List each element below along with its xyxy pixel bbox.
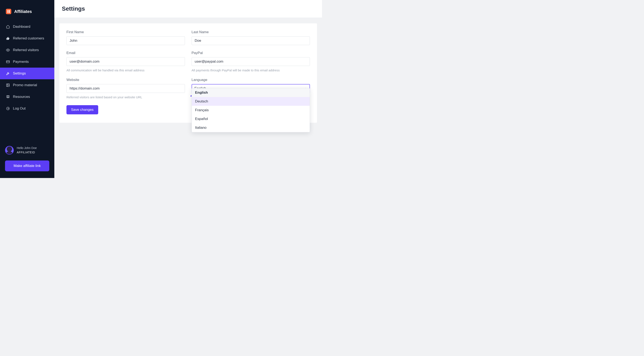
sidebar-item-label: Payments [13, 60, 29, 64]
svg-point-0 [8, 50, 8, 51]
field-paypal: PayPal All payments through PayPal will … [192, 51, 310, 72]
sidebar-item-settings[interactable]: Settings [0, 68, 54, 79]
page-header: Settings [54, 0, 322, 17]
last-name-label: Last Name [192, 30, 310, 34]
field-first-name: First Name [66, 30, 185, 45]
user-greeting: Hello John Doe [17, 146, 37, 150]
settings-card: First Name Last Name Email All communica… [59, 23, 317, 123]
sidebar-item-label: Dashboard [13, 25, 30, 29]
page-title: Settings [62, 5, 314, 12]
website-input[interactable] [66, 84, 185, 93]
credit-card-icon [6, 60, 10, 64]
sidebar-item-promo-material[interactable]: Promo material [0, 79, 54, 91]
brand-title: Affiliates [14, 9, 32, 14]
website-help: Referred visitors are listed based on yo… [66, 95, 185, 99]
sidebar-item-logout[interactable]: Log Out [0, 103, 54, 114]
language-option-italiano[interactable]: Italiano [192, 123, 310, 132]
sidebar-item-referred-customers[interactable]: Referred customers [0, 32, 54, 44]
field-last-name: Last Name [192, 30, 310, 45]
field-website: Website Referred visitors are listed bas… [66, 78, 185, 99]
paypal-input[interactable] [192, 57, 310, 66]
sidebar-item-resources[interactable]: Resources [0, 91, 54, 103]
sidebar-item-payments[interactable]: Payments [0, 56, 54, 68]
sidebar-item-dashboard[interactable]: Dashboard [0, 21, 54, 32]
brand: Affiliates [0, 9, 54, 20]
image-icon [6, 83, 10, 87]
website-label: Website [66, 78, 185, 82]
language-option-english[interactable]: English [192, 88, 310, 97]
sidebar-item-label: Referred visitors [13, 48, 39, 52]
brand-logo-icon [6, 9, 11, 14]
last-name-input[interactable] [192, 36, 310, 45]
paypal-label: PayPal [192, 51, 310, 55]
field-email: Email All communication will be handled … [66, 51, 185, 72]
email-help: All communication will be handled via th… [66, 68, 185, 72]
email-label: Email [66, 51, 185, 55]
language-dropdown: English Deutsch Français Español Italian… [192, 88, 310, 132]
first-name-input[interactable] [66, 36, 185, 45]
wrench-icon [6, 71, 10, 76]
svg-point-4 [7, 84, 8, 85]
sidebar-item-label: Settings [13, 71, 26, 76]
language-option-francais[interactable]: Français [192, 106, 310, 115]
save-changes-button[interactable]: Save changes [66, 105, 98, 114]
sidebar-item-label: Resources [13, 95, 30, 99]
email-input[interactable] [66, 57, 185, 66]
avatar [5, 146, 14, 155]
make-affiliate-link-button[interactable]: Make affiliate link [5, 161, 49, 171]
first-name-label: First Name [66, 30, 185, 34]
logout-icon [6, 106, 10, 111]
book-icon [6, 95, 10, 99]
paypal-help: All payments through PayPal will be made… [192, 68, 310, 72]
main: Settings First Name Last Name Email [54, 0, 322, 178]
home-icon [6, 25, 10, 29]
language-label: Language [192, 78, 310, 82]
thumbs-up-icon [6, 36, 10, 40]
language-option-espanol[interactable]: Español [192, 115, 310, 123]
sidebar-item-label: Referred customers [13, 36, 44, 40]
sidebar: Affiliates Dashboard Referred customers … [0, 0, 54, 178]
eye-icon [6, 48, 10, 52]
sidebar-nav: Dashboard Referred customers Referred vi… [0, 21, 54, 114]
sidebar-item-label: Promo material [13, 83, 37, 87]
sidebar-item-label: Log Out [13, 106, 26, 111]
language-option-deutsch[interactable]: Deutsch [192, 97, 310, 106]
sidebar-item-referred-visitors[interactable]: Referred visitors [0, 44, 54, 56]
user-affiliate-id: AFFILIATEID [17, 150, 37, 155]
user-block: Hello John Doe AFFILIATEID [0, 143, 54, 158]
svg-rect-1 [6, 61, 10, 63]
